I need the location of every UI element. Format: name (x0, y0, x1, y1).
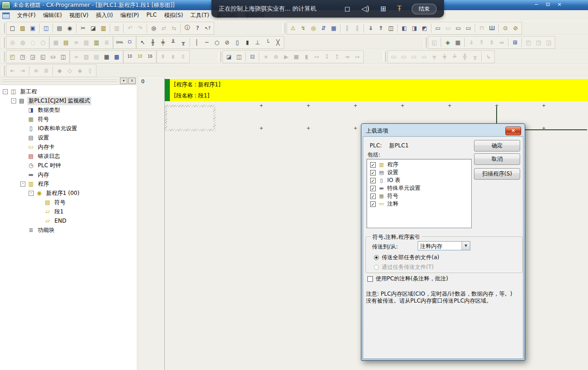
coil-button[interactable]: ○ (212, 38, 222, 47)
menu-program[interactable]: 编程(P) (117, 12, 143, 19)
speaker-icon[interactable]: ◁) (361, 5, 369, 13)
apply-online-edit-button[interactable]: ◈ (443, 38, 452, 47)
menu-insert[interactable]: 插入(I) (92, 12, 117, 19)
horizontal-line-button[interactable]: ─ (202, 38, 211, 47)
selected-cell[interactable] (165, 105, 216, 131)
contact-or-nc-button[interactable]: ╥ (179, 38, 188, 47)
io-comment-view-button[interactable]: ▩ (112, 52, 121, 61)
display-hex-button[interactable]: 16 (145, 52, 155, 61)
chevron-down-icon[interactable]: ▼ (462, 242, 470, 250)
monitor-panel-4-button[interactable]: ▭ (464, 24, 473, 33)
print-preview-button[interactable]: ◉ (65, 24, 74, 33)
auto-online-button[interactable]: ↯ (299, 24, 308, 33)
tree-item-error-log[interactable]: ▤错误日志 (0, 152, 137, 161)
checkbox[interactable]: ✓ (370, 170, 376, 176)
contact-nc-button[interactable]: ╪ (158, 38, 168, 47)
transfer-all-radio[interactable] (374, 255, 379, 260)
monitor-panel-3-button[interactable]: ▭ (454, 24, 463, 33)
menu-file[interactable]: 文件(F) (13, 12, 39, 19)
expander-icon[interactable]: - (20, 182, 25, 187)
fullscreen-icon[interactable]: ◻ (344, 5, 350, 13)
run-mode-button[interactable]: ◩ (420, 24, 429, 33)
add-window-icon[interactable]: ⊞ (380, 5, 386, 13)
display-decimal-button[interactable]: 10 (125, 52, 134, 61)
checkbox[interactable]: ✓ (370, 201, 376, 207)
show-project-tree-button[interactable]: ◰ (8, 52, 17, 61)
show-address-button[interactable]: ▭ (48, 52, 58, 61)
end-session-button[interactable]: 结束 (412, 4, 437, 14)
menu-edit[interactable]: 编辑(E) (39, 12, 66, 19)
tree-item-programs[interactable]: -▥程序 (0, 179, 137, 188)
include-item-special-units[interactable]: ✓▬特殊单元设置 (367, 184, 471, 192)
open-button[interactable]: ▨ (18, 24, 27, 33)
symbol-comment-button[interactable]: ▤ (61, 38, 71, 47)
menu-tools[interactable]: 工具(T) (187, 12, 213, 19)
checkbox[interactable]: ✓ (370, 178, 376, 183)
closed-coil-button[interactable]: ⊘ (222, 38, 232, 47)
watch-window-button[interactable]: ⊞ (510, 38, 520, 47)
include-item-io-table[interactable]: ✓▯IO 表 (367, 176, 471, 184)
dialog-title-bar[interactable]: 上载选项 × (363, 125, 523, 136)
scan-program-button[interactable]: 扫描程序(S) (474, 168, 520, 180)
help-button[interactable]: ? (193, 24, 202, 33)
about-button[interactable]: ⓘ (183, 24, 192, 33)
expander-icon[interactable]: - (29, 191, 34, 196)
transfer-memory-select[interactable]: 注释内存 ▼ (418, 241, 470, 250)
time-chart-button[interactable]: Ш (487, 24, 497, 33)
include-item-comments[interactable]: ✓▭注释 (367, 200, 471, 208)
vertical-line-button[interactable]: │ (192, 38, 201, 47)
force-unlock-button[interactable]: ⊘ (511, 24, 520, 33)
instruction-box-button[interactable]: ▯ (233, 38, 242, 47)
connect-line-button[interactable]: └ (263, 38, 272, 47)
tree-item-symbols[interactable]: ▦符号 (0, 115, 137, 124)
checkbox[interactable]: ✓ (370, 194, 376, 199)
tree-item-plc1[interactable]: -▤新PLC1[CJ2M] 监视模式 (0, 96, 137, 105)
monitor-in-rung-button[interactable]: ▥ (92, 38, 101, 47)
tree-item-section1[interactable]: ▱段1 (0, 207, 137, 216)
tree-item-function-blocks[interactable]: ≣功能块 (0, 225, 137, 235)
tree-item-new-project[interactable]: -◫新工程 (0, 87, 137, 96)
show-watch-button[interactable]: ◲ (28, 52, 37, 61)
show-xref-button[interactable]: ◱ (38, 52, 48, 61)
program-mode-button[interactable]: ◧ (400, 24, 409, 33)
panel-dropdown-button[interactable]: ▾ (120, 78, 127, 84)
show-io-button[interactable]: ◫ (59, 52, 68, 61)
tree-item-end[interactable]: ▱END (0, 216, 137, 225)
save-button[interactable]: ▣ (28, 24, 37, 33)
rung-comment-button[interactable]: ▦ (102, 52, 111, 61)
cut-button[interactable]: ✂ (78, 24, 88, 33)
sim-online-button[interactable]: ◪ (224, 52, 234, 61)
menu-simulation[interactable]: 模拟(S) (161, 12, 187, 19)
contact-or-no-button[interactable]: ╨ (168, 38, 178, 47)
upload-plc-button[interactable]: ⇑ (376, 24, 385, 33)
work-online-button[interactable]: ⚠ (288, 24, 298, 33)
cancel-button[interactable]: 取消 (474, 153, 520, 165)
tree-item-data-types[interactable]: ◨数据类型 (0, 105, 137, 115)
tree-item-program1[interactable]: -◉新程序1 (00) (0, 188, 137, 198)
ok-button[interactable]: 确定 (474, 140, 520, 152)
restore-button[interactable]: ⊡ (543, 1, 552, 9)
sma-button[interactable]: SMA (115, 38, 124, 47)
data-trace-button[interactable]: ⊟ (248, 52, 257, 61)
close-button[interactable]: × (555, 1, 564, 9)
find-report-button[interactable]: ◫ (42, 24, 51, 33)
panel-close-button[interactable]: x (128, 78, 136, 84)
expander-icon[interactable]: - (3, 89, 8, 94)
include-item-program[interactable]: ✓▥程序 (367, 161, 471, 169)
function-invoke-button[interactable]: ⊥ (253, 38, 262, 47)
copy-button[interactable]: ◪ (89, 24, 98, 33)
panel-grip[interactable] (3, 79, 117, 83)
menu-plc[interactable]: PLC (143, 12, 160, 19)
show-output-button[interactable]: ◳ (18, 52, 27, 61)
monitor-panel-1-button[interactable]: ▭ (433, 24, 443, 33)
monitor-network-button[interactable]: ▦ (329, 24, 338, 33)
tree-item-plc-clock[interactable]: ◷PLC 时钟 (0, 161, 137, 170)
tree-item-settings[interactable]: ▤设置 (0, 133, 137, 142)
include-item-settings[interactable]: ✓▤设置 (367, 169, 471, 176)
include-item-symbols[interactable]: ✓▦符号 (367, 192, 471, 200)
new-button[interactable]: □ (8, 24, 17, 33)
force-lock-button[interactable]: ⊙ (501, 24, 510, 33)
display-signed-button[interactable]: 10 (135, 52, 144, 61)
download-plc-button[interactable]: ⇓ (366, 24, 375, 33)
delete-line-button[interactable]: ╳ (273, 38, 282, 47)
